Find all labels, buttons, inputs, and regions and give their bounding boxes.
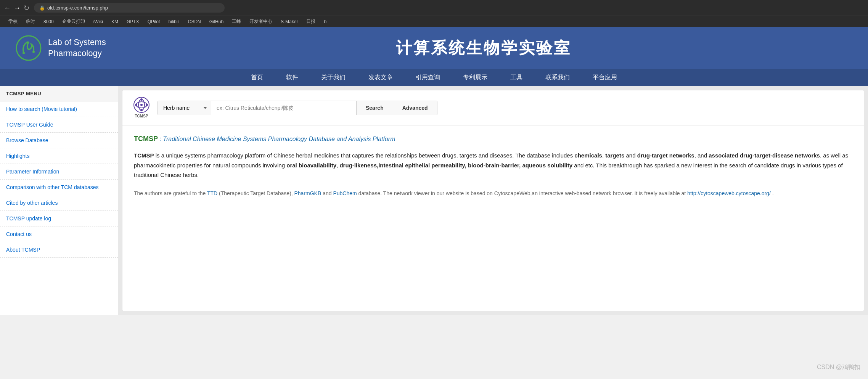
nav-item: 软件 xyxy=(286,74,298,82)
tcmsp-small-icon xyxy=(133,96,150,113)
lock-icon: 🔒 xyxy=(39,5,45,11)
search-input[interactable] xyxy=(211,101,356,115)
search-button[interactable]: Search xyxy=(356,101,393,115)
svg-point-7 xyxy=(140,98,143,101)
content-area: TCMSP Herb nameMolecule nameTarget nameD… xyxy=(122,90,864,311)
site-title-chinese: 计算系统生物学实验室 xyxy=(114,37,853,59)
associated-bold: associated drug-target-disease networks xyxy=(709,152,820,159)
bookmark-item-企业云打印[interactable]: 企业云打印 xyxy=(58,18,88,26)
pharmgkb-link[interactable]: PharmGKB xyxy=(294,190,321,196)
search-controls: Herb nameMolecule nameTarget nameDisease… xyxy=(158,101,437,115)
svg-point-2 xyxy=(32,51,35,53)
nav-item: 工具 xyxy=(510,74,522,82)
sidebar-item-contact-us: Contact us xyxy=(0,226,118,242)
sidebar-item-browse-database: Browse Database xyxy=(0,133,118,148)
bookmark-item-QPilot[interactable]: QPilot xyxy=(143,18,163,25)
nav-link-工具[interactable]: 工具 xyxy=(510,74,522,80)
bookmark-item-iWiki[interactable]: iWiki xyxy=(89,18,106,25)
nav-link-联系我们[interactable]: 联系我们 xyxy=(545,74,570,80)
advanced-button[interactable]: Advanced xyxy=(393,101,437,115)
nav-item: 引用查询 xyxy=(416,74,440,82)
tcmsp-subtitle: : Traditional Chinese Medicine Systems P… xyxy=(159,136,395,142)
tcmsp-intro-brand: TCMSP xyxy=(134,152,154,159)
drug-likeness-bold: drug-likeness,intestinal epithelial perm… xyxy=(339,162,572,169)
nav-link-平台应用[interactable]: 平台应用 xyxy=(593,74,617,80)
sidebar-link-contact-us[interactable]: Contact us xyxy=(0,226,118,242)
oral-bio-bold: oral bioavailability xyxy=(286,162,336,169)
bookmark-item-bilibili[interactable]: bilibili xyxy=(164,18,182,25)
sidebar-link-about[interactable]: About TCMSP xyxy=(0,242,118,257)
svg-point-0 xyxy=(16,36,41,60)
sidebar: TCMSP MENU How to search (Movie tutorial… xyxy=(0,86,118,315)
bookmark-item-GitHub[interactable]: GitHub xyxy=(205,18,227,25)
lab-logo-icon xyxy=(15,35,42,61)
site-nav: 首页软件关于我们发表文章引用查询专利展示工具联系我们平台应用 xyxy=(0,69,868,86)
nav-link-关于我们[interactable]: 关于我们 xyxy=(321,74,346,80)
tcmsp-title-line: TCMSP : Traditional Chinese Medicine Sys… xyxy=(134,135,852,143)
search-type-select[interactable]: Herb nameMolecule nameTarget nameDisease… xyxy=(158,101,211,115)
chemicals-bold: chemicals xyxy=(574,152,602,159)
back-button[interactable]: ← xyxy=(4,5,11,11)
cytoscape-link[interactable]: http://cytoscapeweb.cytoscape.org/ xyxy=(687,190,771,196)
sidebar-link-parameter-info[interactable]: Parameter Information xyxy=(0,164,118,179)
bookmark-item-GPTX[interactable]: GPTX xyxy=(122,18,142,25)
sidebar-link-how-to-search[interactable]: How to search (Movie tutorial) xyxy=(0,101,118,117)
nav-link-软件[interactable]: 软件 xyxy=(286,74,298,80)
site-header-top: Lab of Systems Pharmacology 计算系统生物学实验室 xyxy=(0,35,868,69)
bookmark-item-工蜂[interactable]: 工蜂 xyxy=(227,18,244,26)
nav-link-首页[interactable]: 首页 xyxy=(251,74,263,80)
logo-area: Lab of Systems Pharmacology xyxy=(15,35,114,61)
site-header: Lab of Systems Pharmacology 计算系统生物学实验室 首… xyxy=(0,27,868,86)
bookmark-item-b[interactable]: b xyxy=(319,18,330,25)
drug-target-networks-bold: drug-target networks xyxy=(637,152,694,159)
sidebar-link-comparison[interactable]: Comparison with other TCM databases xyxy=(0,180,118,195)
tcmsp-logo-small: TCMSP xyxy=(130,96,153,119)
address-bar[interactable]: 🔒 old.tcmsp-e.com/tcmsp.php xyxy=(34,3,225,13)
tcmsp-logo-label: TCMSP xyxy=(135,114,148,118)
svg-point-1 xyxy=(23,52,25,54)
nav-item: 发表文章 xyxy=(368,74,393,82)
sidebar-menu: How to search (Movie tutorial)TCMSP User… xyxy=(0,101,118,258)
svg-point-10 xyxy=(146,104,148,106)
bookmark-item-临时[interactable]: 临时 xyxy=(21,18,38,26)
sidebar-item-update-log: TCMSP update log xyxy=(0,211,118,226)
pubchem-link[interactable]: PubChem xyxy=(333,190,357,196)
sidebar-link-update-log[interactable]: TCMSP update log xyxy=(0,211,118,226)
bookmark-item-日报[interactable]: 日报 xyxy=(302,18,318,26)
nav-item: 首页 xyxy=(251,74,263,82)
sidebar-item-user-guide: TCMSP User Guide xyxy=(0,117,118,133)
targets-bold: targets xyxy=(605,152,624,159)
logo-text: Lab of Systems Pharmacology xyxy=(48,37,106,59)
nav-link-发表文章[interactable]: 发表文章 xyxy=(368,74,393,80)
sidebar-link-highlights[interactable]: Highlights xyxy=(0,148,118,164)
search-bar-area: TCMSP Herb nameMolecule nameTarget nameD… xyxy=(122,90,864,126)
browser-nav-buttons: ← → ↻ xyxy=(4,5,29,11)
sidebar-item-cited-by: Cited by other articles xyxy=(0,195,118,211)
svg-point-8 xyxy=(140,109,143,111)
nav-item: 平台应用 xyxy=(593,74,617,82)
description-block: TCMSP is a unique systems pharmacology p… xyxy=(134,151,852,180)
sidebar-item-about: About TCMSP xyxy=(0,242,118,258)
sidebar-link-user-guide[interactable]: TCMSP User Guide xyxy=(0,117,118,132)
sidebar-link-cited-by[interactable]: Cited by other articles xyxy=(0,195,118,210)
bookmark-item-学校[interactable]: 学校 xyxy=(4,18,21,26)
nav-item: 专利展示 xyxy=(463,74,487,82)
bookmark-item-S-Maker[interactable]: S-Maker xyxy=(276,18,301,25)
nav-link-专利展示[interactable]: 专利展示 xyxy=(463,74,487,80)
sidebar-link-browse-database[interactable]: Browse Database xyxy=(0,133,118,148)
bookmark-item-开发者中心[interactable]: 开发者中心 xyxy=(245,18,275,26)
sidebar-item-parameter-info: Parameter Information xyxy=(0,164,118,180)
bookmark-item-CSDN[interactable]: CSDN xyxy=(183,18,204,25)
bookmark-item-8000[interactable]: 8000 xyxy=(39,18,57,25)
ttd-link[interactable]: TTD xyxy=(207,190,217,196)
nav-link-引用查询[interactable]: 引用查询 xyxy=(416,74,440,80)
svg-point-9 xyxy=(135,104,137,106)
sidebar-item-comparison: Comparison with other TCM databases xyxy=(0,180,118,195)
tcmsp-brand-label: TCMSP xyxy=(134,135,158,143)
main-content: TCMSP : Traditional Chinese Medicine Sys… xyxy=(122,126,864,207)
sidebar-item-how-to-search: How to search (Movie tutorial) xyxy=(0,101,118,117)
bookmark-item-KM[interactable]: KM xyxy=(107,18,121,25)
forward-button[interactable]: → xyxy=(14,5,21,11)
bookmarks-bar: 学校临时8000企业云打印iWikiKMGPTXQPilotbilibiliCS… xyxy=(0,16,868,27)
reload-button[interactable]: ↻ xyxy=(24,5,29,11)
